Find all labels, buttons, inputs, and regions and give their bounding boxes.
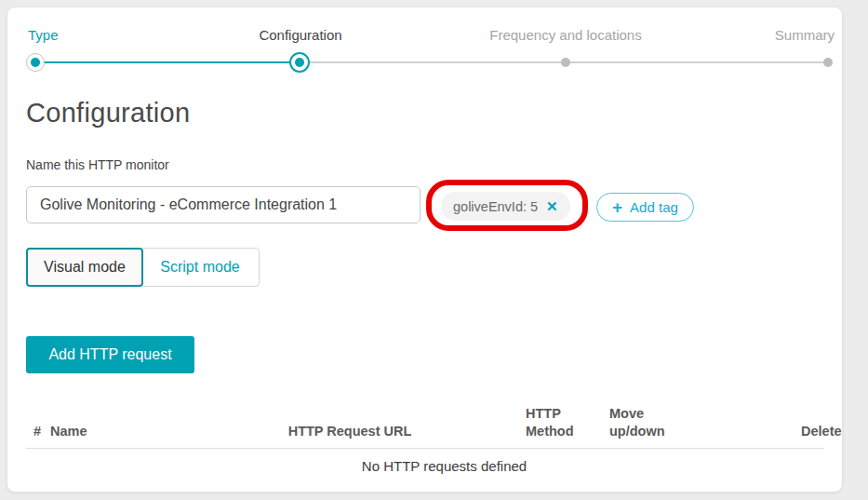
column-header-delete: Delete (801, 423, 842, 440)
mode-tabs: Visual mode Script mode (26, 248, 260, 287)
add-tag-label: Add tag (630, 199, 678, 215)
tab-script-mode[interactable]: Script mode (140, 248, 260, 287)
step-label-type[interactable]: Type (28, 27, 59, 43)
column-header-number-name: # Name (33, 423, 87, 440)
requests-table-header: # Name HTTP Request URL HTTP Method Move… (26, 398, 842, 440)
plus-icon: + (612, 198, 622, 216)
column-header-method: HTTP Method (526, 405, 587, 440)
step-dot-configuration[interactable] (289, 52, 310, 73)
tab-visual-mode[interactable]: Visual mode (26, 248, 143, 287)
step-label-configuration: Configuration (221, 27, 380, 43)
table-header-separator (26, 448, 823, 449)
step-label-summary: Summary (714, 27, 835, 43)
page-title: Configuration (26, 98, 190, 128)
add-http-request-button[interactable]: Add HTTP request (26, 336, 194, 373)
step-dot-type[interactable] (26, 53, 45, 72)
add-tag-button[interactable]: + Add tag (596, 193, 694, 222)
tag-chip-label: goliveEnvId: 5 (453, 199, 538, 214)
step-dot-summary (823, 58, 833, 67)
column-number: # (33, 423, 41, 440)
tag-remove-icon close-icon[interactable]: ✕ (546, 198, 558, 215)
step-label-frequency-locations: Frequency and locations (487, 27, 645, 43)
monitor-name-input[interactable] (26, 186, 421, 223)
wizard-card: Type Configuration Frequency and locatio… (7, 7, 842, 492)
step-dot-configuration-fill (295, 58, 304, 67)
column-header-move: Move up/down (609, 405, 678, 440)
column-header-url: HTTP Request URL (275, 423, 424, 440)
tag-chip-goliveenvid[interactable]: goliveEnvId: 5 ✕ (441, 192, 570, 221)
monitor-name-label: Name this HTTP monitor (26, 157, 169, 172)
column-name: Name (50, 423, 87, 440)
table-empty-state: No HTTP requests defined (26, 456, 842, 477)
step-dot-type-fill (31, 58, 40, 67)
stepper-line-completed (35, 61, 300, 63)
step-dot-frequency-locations (561, 58, 570, 67)
